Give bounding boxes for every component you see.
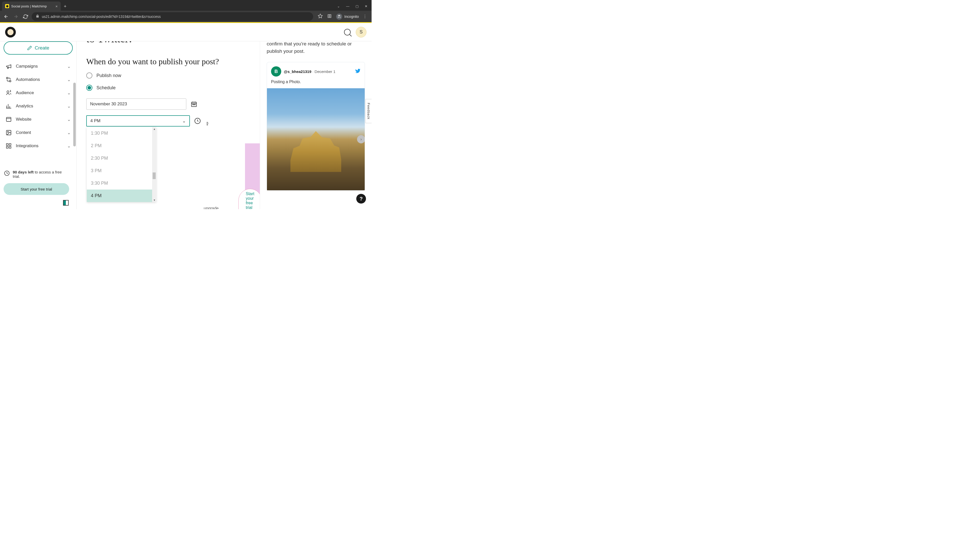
time-dropdown: 1:30 PM 2 PM 2:30 PM 3 PM 3:30 PM 4 PM ▲… [87, 127, 156, 202]
twitter-icon [355, 68, 361, 75]
radio-icon [86, 73, 92, 79]
megaphone-icon [6, 63, 12, 69]
favicon-icon [5, 4, 9, 8]
close-tab-icon[interactable]: × [56, 4, 58, 8]
preview-panel: confirm that you're ready to schedule or… [260, 41, 372, 209]
sidebar-item-analytics[interactable]: Analytics ⌄ [3, 100, 73, 113]
time-option[interactable]: 1:30 PM [87, 127, 156, 140]
radio-schedule[interactable]: Schedule [86, 85, 250, 91]
svg-rect-3 [6, 118, 11, 121]
chevron-down-icon: ⌄ [67, 90, 71, 96]
lock-icon [36, 14, 39, 19]
image-icon [6, 130, 12, 136]
page-heading-partial: to Twitter! [86, 41, 250, 45]
main-content: to Twitter! When do you want to publish … [76, 41, 260, 209]
image-next-icon[interactable]: › [357, 135, 365, 143]
address-bar: us21.admin.mailchimp.com/social-posts/ed… [0, 11, 372, 23]
browser-tab-strip: Social posts | Mailchimp × + ⌄ ― ▢ ✕ [0, 0, 372, 11]
close-window-icon[interactable]: ✕ [365, 4, 368, 8]
scroll-down-icon[interactable]: ▼ [153, 199, 156, 202]
svg-point-1 [10, 80, 11, 82]
maximize-icon[interactable]: ▢ [355, 4, 359, 8]
app-header: S [0, 23, 372, 41]
publish-question: When do you want to publish your post? [86, 57, 250, 66]
sidebar-item-campaigns[interactable]: Campaigns ⌄ [3, 60, 73, 73]
chevron-down-icon: ⌄ [67, 64, 71, 69]
kebab-menu-icon[interactable]: ⋮ [363, 14, 367, 19]
mailchimp-logo-icon[interactable] [5, 27, 16, 38]
svg-point-12 [192, 104, 193, 105]
sidebar-item-content[interactable]: Content ⌄ [3, 126, 73, 139]
svg-point-13 [194, 104, 194, 105]
pencil-icon [27, 45, 32, 51]
tab-title: Social posts | Mailchimp [11, 4, 47, 8]
help-button[interactable]: ? [356, 194, 366, 203]
time-option[interactable]: 3 PM [87, 165, 156, 177]
create-label: Create [35, 45, 49, 51]
svg-point-0 [6, 77, 8, 79]
radio-publish-now[interactable]: Publish now [86, 73, 250, 79]
chevron-down-icon: ⌄ [67, 130, 71, 135]
chevron-down-icon: ⌄ [67, 103, 71, 109]
back-button[interactable] [3, 13, 10, 20]
chevron-down-icon[interactable]: ⌄ [337, 4, 340, 8]
sidebar-item-automations[interactable]: Automations ⌄ [3, 73, 73, 86]
time-option-selected[interactable]: 4 PM [87, 189, 156, 202]
sidebar-item-website[interactable]: Website ⌄ [3, 113, 73, 126]
incognito-label: Incognito [344, 14, 359, 19]
chevron-down-icon: ⌄ [67, 77, 71, 83]
svg-rect-6 [6, 144, 8, 145]
radio-checked-icon [86, 85, 92, 91]
incognito-badge[interactable]: Incognito [336, 14, 359, 20]
time-option[interactable]: 3:30 PM [87, 177, 156, 189]
start-trial-button[interactable]: Start your free trial [3, 183, 69, 195]
tweet-handle: @s_bhea21319 · December 1 [284, 69, 335, 74]
sidebar-item-audience[interactable]: Audience ⌄ [3, 86, 73, 100]
reload-button[interactable] [22, 13, 29, 20]
feedback-tab[interactable]: Feedback [366, 99, 372, 123]
dropdown-scrollbar[interactable]: ▲ ▼ [152, 127, 156, 202]
users-icon [6, 90, 12, 96]
svg-point-14 [195, 104, 195, 105]
bar-chart-icon [6, 103, 12, 109]
sidebar-scrollbar[interactable] [73, 41, 76, 209]
scroll-up-icon[interactable]: ▲ [153, 127, 156, 130]
forward-button[interactable] [12, 13, 19, 20]
svg-point-2 [7, 91, 9, 93]
chevron-down-icon: ⌄ [67, 143, 71, 149]
tweet-image: › [267, 88, 365, 190]
chevron-down-icon: ⌄ [182, 118, 186, 124]
url-text: us21.admin.mailchimp.com/social-posts/ed… [42, 14, 161, 19]
tweet-body: Posting a Photo. [271, 79, 361, 84]
panel-toggle-icon[interactable] [63, 200, 68, 206]
trial-promo: 90 days left to access a free trial. Sta… [3, 169, 69, 195]
create-button[interactable]: Create [3, 41, 73, 55]
grid-icon [6, 143, 12, 149]
chevron-down-icon: ⌄ [67, 117, 71, 122]
bookmark-icon[interactable] [318, 14, 323, 20]
window-icon [6, 116, 12, 122]
time-option[interactable]: 2:30 PM [87, 152, 156, 165]
incognito-icon [336, 14, 342, 20]
svg-rect-9 [9, 146, 11, 148]
flow-icon [6, 76, 12, 83]
minimize-icon[interactable]: ― [346, 4, 349, 8]
start-trial-pill-peek[interactable]: Start your free trial [239, 189, 260, 209]
time-select[interactable]: 4 PM ⌄ 1:30 PM 2 PM 2:30 PM 3 PM 3:30 PM… [86, 115, 190, 127]
date-input[interactable]: November 30 2023 [86, 98, 186, 110]
svg-point-5 [7, 131, 8, 132]
time-option[interactable]: 2 PM [87, 140, 156, 152]
clock-icon[interactable] [194, 118, 201, 124]
browser-tab[interactable]: Social posts | Mailchimp × [2, 2, 61, 11]
sidebar-item-integrations[interactable]: Integrations ⌄ [3, 139, 73, 152]
url-field[interactable]: us21.admin.mailchimp.com/social-posts/ed… [32, 12, 313, 21]
search-icon[interactable] [344, 29, 351, 35]
clock-icon [4, 170, 10, 176]
svg-rect-7 [9, 144, 11, 145]
calendar-icon[interactable] [190, 100, 197, 108]
user-avatar[interactable]: S [356, 27, 366, 38]
window-controls: ⌄ ― ▢ ✕ [333, 4, 372, 11]
extensions-icon[interactable] [327, 14, 332, 20]
trial-text: 90 days left to access a free trial. [13, 170, 68, 179]
new-tab-button[interactable]: + [61, 4, 70, 11]
